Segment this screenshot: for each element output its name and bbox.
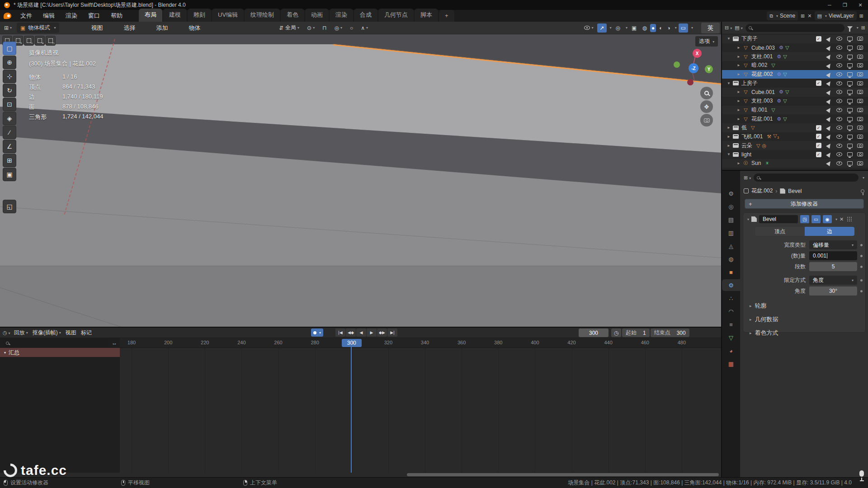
- collection-checkbox[interactable]: ✓: [816, 152, 821, 157]
- selectable-toggle[interactable]: [824, 126, 834, 130]
- proportional-falloff-dropdown[interactable]: ∧▾: [359, 23, 370, 33]
- expander-icon[interactable]: ►: [736, 55, 742, 59]
- outliner-row-花盆.002[interactable]: ►▽花盆.002⚙▽: [722, 70, 868, 79]
- summary-channel-row[interactable]: ▾ 汇总: [0, 348, 120, 357]
- disable-render-toggle[interactable]: [855, 81, 865, 85]
- hide-eye-toggle[interactable]: [834, 152, 844, 156]
- breadcrumb-modifier[interactable]: Bevel: [788, 188, 802, 194]
- next-keyframe-button[interactable]: ◆▶: [377, 328, 387, 337]
- selectable-toggle[interactable]: [824, 72, 834, 77]
- drag-handle-icon[interactable]: [847, 216, 852, 222]
- playhead-line[interactable]: [351, 347, 352, 473]
- add-modifier-button[interactable]: + 添加修改器: [745, 199, 864, 209]
- shading-rendered-button[interactable]: ◑: [665, 24, 671, 32]
- modifier-editmode-toggle[interactable]: ◳: [800, 215, 809, 223]
- collection-checkbox[interactable]: ✓: [816, 125, 821, 131]
- disable-render-toggle[interactable]: [855, 108, 865, 112]
- workspace-tab-1[interactable]: 布局: [139, 9, 162, 22]
- shading-solid-button[interactable]: ●: [650, 24, 656, 32]
- selectable-toggle[interactable]: [824, 90, 834, 94]
- selectable-toggle[interactable]: [824, 108, 834, 112]
- scene-browse-icon[interactable]: ⧉: [769, 13, 773, 19]
- affect-edges-button[interactable]: 边: [805, 227, 854, 236]
- render-preview-dropdown[interactable]: ▾: [691, 26, 693, 30]
- shading-wireframe-button[interactable]: ◍: [641, 24, 648, 32]
- region-divider-vertical[interactable]: [721, 22, 722, 477]
- modifier-delete-button[interactable]: ✕: [840, 216, 844, 222]
- tool-annotate-button[interactable]: ∕: [3, 126, 16, 139]
- region-divider-horizontal[interactable]: [0, 327, 722, 328]
- visibility-dropdown[interactable]: ▾: [582, 24, 595, 31]
- workspace-tab-10[interactable]: 几何节点: [378, 9, 414, 22]
- selectable-toggle[interactable]: [824, 99, 834, 103]
- properties-tab-texture[interactable]: ▦: [722, 358, 740, 370]
- outliner-row-支柱.003[interactable]: ►▽支柱.003⚙▽: [722, 97, 868, 106]
- properties-tab-scene[interactable]: ◬: [722, 240, 740, 252]
- unlink-scene-icon[interactable]: ✕: [807, 13, 811, 19]
- animate-property-dot[interactable]: [860, 255, 863, 257]
- hide-eye-toggle[interactable]: [834, 99, 844, 103]
- modifier-name-field[interactable]: Bevel: [759, 215, 798, 223]
- disable-render-toggle[interactable]: [855, 161, 865, 165]
- gizmo-y-axis[interactable]: Y: [705, 65, 713, 73]
- workspace-tab-8[interactable]: 渲染: [330, 9, 353, 22]
- workspace-tab-11[interactable]: 脚本: [415, 9, 438, 22]
- expander-icon[interactable]: ►: [736, 90, 742, 94]
- show-overlays-toggle[interactable]: ◎: [613, 23, 623, 33]
- disable-render-toggle[interactable]: [855, 99, 865, 103]
- expander-icon[interactable]: ►: [736, 117, 742, 121]
- shading-dropdown[interactable]: ▾: [675, 26, 677, 30]
- render-preview-button[interactable]: ▭: [679, 23, 688, 33]
- hide-eye-toggle[interactable]: [834, 90, 844, 94]
- timeline-menu-1[interactable]: 回放▾: [14, 329, 28, 337]
- menubar-item-2[interactable]: 编辑: [38, 10, 59, 22]
- disable-viewport-toggle[interactable]: [844, 90, 855, 94]
- disable-render-toggle[interactable]: [855, 152, 865, 156]
- outliner-row-暗.002[interactable]: ►▽暗.002▽: [722, 61, 868, 70]
- collection-checkbox[interactable]: ✓: [816, 36, 821, 42]
- properties-tab-material[interactable]: ◕: [722, 345, 740, 357]
- collapsed-section-2[interactable]: ▸几何数据: [743, 313, 865, 326]
- disable-render-toggle[interactable]: [855, 63, 865, 67]
- outliner-search-input[interactable]: [745, 24, 844, 32]
- expand-channels-icon[interactable]: ↔: [112, 340, 117, 346]
- tool-add-cube-button[interactable]: ⊞: [3, 154, 16, 167]
- outliner-editor-type-button[interactable]: ⊟▾: [725, 25, 732, 31]
- selectable-toggle[interactable]: [824, 81, 834, 85]
- workspace-tab-12[interactable]: +: [439, 10, 454, 22]
- hide-eye-toggle[interactable]: [834, 63, 844, 67]
- blender-menu-icon[interactable]: [4, 13, 11, 19]
- play-button[interactable]: ▶: [367, 328, 377, 337]
- modifier-realtime-toggle[interactable]: ▭: [811, 215, 821, 223]
- editor-type-button[interactable]: ⊞▾: [2, 23, 14, 33]
- collection-checkbox[interactable]: ✓: [816, 80, 821, 86]
- selectable-toggle[interactable]: [824, 152, 834, 157]
- hide-eye-toggle[interactable]: [834, 117, 844, 121]
- collapsed-section-3[interactable]: ▸着色方式: [743, 326, 865, 340]
- expander-icon[interactable]: ►: [726, 126, 732, 130]
- tool-cursor-button[interactable]: ⊕: [3, 56, 16, 69]
- channel-search-input[interactable]: [3, 339, 109, 347]
- outliner-row-支柱.001[interactable]: ►▽支柱.001⚙▽: [722, 52, 868, 61]
- disable-viewport-toggle[interactable]: [844, 144, 855, 148]
- hide-eye-toggle[interactable]: [834, 126, 844, 130]
- expander-icon[interactable]: ►: [726, 135, 732, 139]
- property-editfield[interactable]: 0.001: [809, 251, 857, 260]
- disable-viewport-toggle[interactable]: [844, 55, 855, 59]
- disable-viewport-toggle[interactable]: [844, 63, 855, 67]
- expander-icon[interactable]: ▼: [726, 152, 732, 156]
- use-preview-range-toggle[interactable]: ◷: [611, 328, 621, 337]
- pivot-point-dropdown[interactable]: ⊙▾: [305, 23, 317, 33]
- properties-tab-physics[interactable]: ◠: [722, 305, 740, 317]
- expander-icon[interactable]: ▼: [726, 37, 732, 41]
- prev-keyframe-button[interactable]: ◀◆: [346, 328, 356, 337]
- collapsed-section-1[interactable]: ▸轮廓: [743, 299, 865, 313]
- show-gizmo-toggle[interactable]: ↗: [597, 23, 606, 33]
- collection-checkbox[interactable]: ✓: [816, 143, 821, 148]
- viewport-3d[interactable]: 选项 ▾ 摄像机透视 (300) 场景集合 | 花盆.002 物体1 / 16顶…: [0, 34, 722, 327]
- options-dropdown[interactable]: 选项 ▾: [695, 36, 718, 47]
- properties-search-input[interactable]: [754, 174, 859, 182]
- disable-render-toggle[interactable]: [855, 46, 865, 50]
- outliner-row-暗.001[interactable]: ►▽暗.001▽: [722, 106, 868, 115]
- expander-icon[interactable]: ►: [736, 63, 742, 67]
